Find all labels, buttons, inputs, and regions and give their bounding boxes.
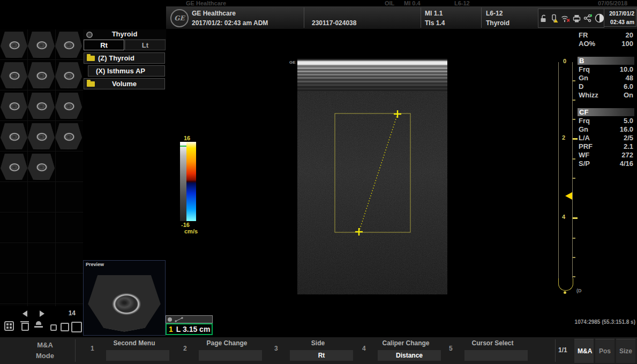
param-value: 2/5 bbox=[624, 134, 633, 142]
ghost-mi: MI 0.4 bbox=[404, 0, 421, 6]
thumbnail-image[interactable] bbox=[55, 91, 82, 120]
softkey-button-cursor-select[interactable] bbox=[464, 350, 528, 361]
thumbnail-image[interactable] bbox=[55, 122, 82, 151]
param-label: Gn bbox=[579, 125, 588, 134]
softkey-1: 1 Second Menu bbox=[87, 337, 181, 364]
param-label: Gn bbox=[579, 74, 588, 82]
ghost-date: 07/05/2018 bbox=[598, 0, 627, 6]
ghost-brand: GE Healthcare bbox=[186, 0, 226, 6]
thumbnail-grid bbox=[1, 30, 83, 182]
softkey-button-page-change[interactable] bbox=[199, 350, 262, 361]
ruler-bottom-tag: (D bbox=[576, 288, 582, 293]
thumbnail-image[interactable] bbox=[1, 152, 27, 181]
distance-dotted-line bbox=[359, 114, 398, 232]
preview-panel: Preview bbox=[83, 260, 166, 336]
size-button[interactable]: Size bbox=[616, 339, 635, 363]
thumbnail-image[interactable] bbox=[28, 60, 55, 90]
param-label: Frq bbox=[579, 65, 590, 74]
thumb-size-medium-icon[interactable] bbox=[61, 323, 69, 331]
menu-item-volume[interactable]: Volume bbox=[84, 78, 165, 89]
softkey-label: Side bbox=[271, 339, 365, 347]
brand-label: GE Healthcare bbox=[192, 10, 236, 17]
trash-icon[interactable] bbox=[21, 323, 29, 331]
ruler-label-4: 4 bbox=[562, 214, 565, 220]
softkey-button-caliper-change[interactable]: Distance bbox=[378, 350, 441, 361]
measurement-result-header bbox=[166, 315, 213, 323]
page-next-arrow-icon[interactable] bbox=[40, 310, 44, 317]
mode-label-2: Mode bbox=[26, 352, 64, 360]
thumb-size-large-icon[interactable] bbox=[71, 322, 82, 332]
thumbnail-image[interactable] bbox=[28, 91, 55, 120]
param-row-b-frq: Frq 10.0 bbox=[578, 65, 634, 74]
thumbnail-image[interactable] bbox=[1, 30, 27, 59]
param-row-cf-sp: S/P 4/16 bbox=[578, 160, 634, 168]
cine-frame-counter: 1074:2985 (55.3:151.8 s) bbox=[567, 319, 635, 325]
ghost-header-row: GE Healthcare OIL MI 0.4 L6-12 07/05/201… bbox=[166, 0, 637, 6]
menu-item-label: (X) Isthmus AP bbox=[88, 67, 145, 75]
param-row-ao: AO% 100 bbox=[578, 40, 634, 48]
softkey-4: 4 Caliper Change Distance bbox=[359, 337, 453, 364]
thumbnail-image[interactable] bbox=[55, 60, 82, 90]
caliper-start[interactable] bbox=[394, 110, 401, 118]
measurement-value: 1 L 3.15 cm bbox=[166, 323, 213, 335]
param-label: AO% bbox=[579, 40, 595, 48]
patient-id: 230117-024038 bbox=[312, 19, 356, 27]
ruler-line bbox=[558, 62, 559, 278]
exam-datetime: 2017/01/2: 02:43 am ADM bbox=[192, 19, 268, 27]
menu-item-isthmus-ap[interactable]: (X) Isthmus AP bbox=[88, 65, 165, 77]
param-value: 6.0 bbox=[624, 82, 633, 91]
probe-label: L6-12 bbox=[486, 10, 503, 17]
color-roi-box[interactable] bbox=[335, 113, 410, 232]
thumbnail-image[interactable] bbox=[28, 122, 55, 151]
focus-marker-icon[interactable] bbox=[565, 192, 572, 200]
thumbnail-image[interactable] bbox=[28, 152, 55, 181]
param-label: D bbox=[579, 82, 583, 91]
param-value: On bbox=[624, 91, 633, 100]
mna-button[interactable]: M&A bbox=[574, 339, 594, 363]
param-value: 4/16 bbox=[620, 160, 633, 168]
parameter-panel: FR 20 AO% 100 B Frq 10.0 Gn 48 D 6.0 Whi… bbox=[578, 31, 634, 168]
caliper-end[interactable] bbox=[355, 228, 363, 236]
tis-value: TIs 1.4 bbox=[425, 19, 445, 27]
colorbar-min: -16 bbox=[181, 222, 190, 228]
layout-grid-icon[interactable] bbox=[4, 321, 14, 331]
tab-left-lobe[interactable]: Lt bbox=[125, 40, 166, 50]
thumbnail-image[interactable] bbox=[1, 60, 27, 90]
param-label: WF bbox=[579, 151, 589, 160]
param-value: 5.0 bbox=[624, 117, 633, 125]
thumb-size-small-icon[interactable] bbox=[50, 324, 57, 331]
ruler-tick bbox=[573, 119, 575, 120]
param-value: 2.1 bbox=[624, 142, 633, 151]
menu-item-label: Volume bbox=[112, 80, 137, 88]
thumbnail-image[interactable] bbox=[28, 30, 55, 59]
tab-right-lobe[interactable]: Rt bbox=[84, 40, 124, 50]
softkey-3: 3 Side Rt bbox=[271, 337, 365, 364]
ghost-probe: L6-12 bbox=[454, 0, 470, 6]
menu-item-thyroid[interactable]: (Z) Thyroid bbox=[84, 52, 165, 64]
ruler-tick bbox=[573, 80, 575, 81]
wifi-error-icon bbox=[560, 13, 569, 23]
ruler-tick bbox=[573, 178, 575, 179]
param-label: S/P bbox=[579, 160, 590, 168]
softkey-button-second-menu[interactable] bbox=[106, 350, 169, 361]
print-stamp-icon[interactable] bbox=[34, 321, 43, 330]
param-value: 10.0 bbox=[620, 65, 633, 74]
pos-button[interactable]: Pos bbox=[595, 339, 614, 363]
header-divider bbox=[481, 7, 482, 28]
thumbnail-image[interactable] bbox=[1, 122, 27, 151]
ruler-tick bbox=[573, 100, 575, 101]
param-row-b-gn: Gn 48 bbox=[578, 74, 634, 82]
measure-marker-icon bbox=[168, 317, 172, 322]
softkey-page-indicator: 1/1 bbox=[558, 346, 567, 354]
param-label: L/A bbox=[579, 134, 590, 142]
colorbar-max: 16 bbox=[184, 135, 190, 141]
softkey-button-side[interactable]: Rt bbox=[290, 350, 353, 361]
folder-icon bbox=[87, 81, 95, 87]
param-row-cf-prf: PRF 2.1 bbox=[578, 142, 634, 151]
page-prev-arrow-icon[interactable] bbox=[23, 310, 27, 317]
thumbnail-image[interactable] bbox=[1, 91, 27, 120]
thumbnail-image[interactable] bbox=[55, 30, 82, 59]
softkey-label: Cursor Select bbox=[446, 339, 539, 347]
measurement-index: 1 bbox=[169, 325, 173, 333]
clip-count: 14 bbox=[69, 309, 76, 317]
